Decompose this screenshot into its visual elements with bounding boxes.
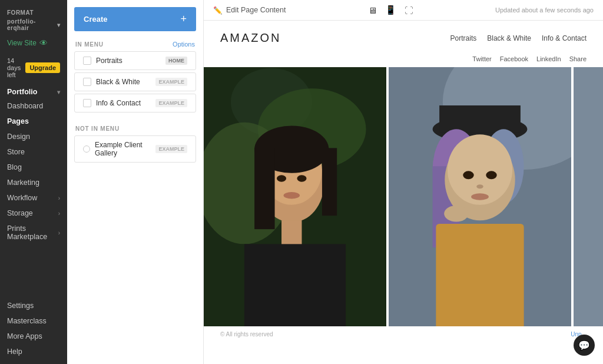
footer-text: © All rights reserved (220, 331, 273, 337)
portfolio-subtitle[interactable]: portfolio-erqhair ▾ (7, 17, 60, 31)
radio-icon (83, 145, 90, 153)
sidebar-item-dashboard[interactable]: Dashboard (0, 98, 67, 114)
portfolio-chevron-icon: ▾ (57, 89, 60, 95)
social-link-facebook[interactable]: Facebook (500, 55, 528, 62)
preview-toolbar: ✏️ Edit Page Content 🖥 📱 ⛶ Updated about… (204, 0, 603, 21)
edit-page-button[interactable]: ✏️ Edit Page Content (213, 6, 286, 15)
home-badge: HOME (165, 57, 187, 65)
chat-bubble-button[interactable]: 💬 (574, 335, 595, 356)
app-name: FORMAT (7, 9, 60, 16)
portrait-image-3-partial (574, 67, 603, 326)
desktop-icon[interactable]: 🖥 (368, 5, 377, 15)
svg-point-9 (277, 175, 286, 181)
prints-chevron-icon: › (58, 230, 60, 236)
in-menu-section-header: IN MENU Options (67, 37, 203, 50)
drag-handle-icon (83, 57, 91, 65)
svg-point-27 (444, 206, 468, 222)
page-item-info-contact[interactable]: Info & Contact EXAMPLE (74, 94, 196, 112)
app-logo: FORMAT portfolio-erqhair ▾ (0, 0, 67, 36)
social-link-twitter[interactable]: Twitter (472, 55, 491, 62)
site-footer: © All rights reserved Unp... (204, 326, 603, 342)
chevron-down-icon: ▾ (57, 22, 61, 28)
create-button[interactable]: Create + (74, 7, 196, 31)
updated-status: Updated about a few seconds ago (495, 6, 594, 14)
example-badge: EXAMPLE (155, 145, 187, 153)
svg-point-10 (297, 175, 306, 181)
options-link[interactable]: Options (173, 41, 195, 48)
sidebar-item-design[interactable]: Design (0, 129, 67, 144)
trial-text: 14 days left (7, 57, 22, 78)
drag-handle-icon (83, 99, 91, 107)
sidebar-item-masterclass[interactable]: Masterclass (0, 313, 67, 329)
svg-point-25 (476, 184, 483, 188)
svg-rect-12 (281, 220, 302, 247)
portfolio-section: Portfolio ▾ (0, 82, 67, 98)
sidebar-item-more-apps[interactable]: More Apps (0, 329, 67, 344)
site-social-links: Twitter Facebook LinkedIn Share (204, 55, 603, 67)
site-images (204, 67, 603, 326)
site-nav-links: Portraits Black & White Info & Contact (450, 34, 587, 42)
sidebar-item-store[interactable]: Store (0, 144, 67, 160)
site-logo: AMAZON (220, 31, 281, 45)
sidebar-item-settings[interactable]: Settings (0, 298, 67, 313)
storage-chevron-icon: › (58, 210, 60, 217)
sidebar-item-prints[interactable]: Prints Marketplace › (0, 221, 67, 244)
page-item-example-gallery[interactable]: Example Client Gallery EXAMPLE (74, 135, 196, 163)
sidebar-bottom: Settings Masterclass More Apps Help (0, 298, 67, 364)
sidebar-item-help[interactable]: Help (0, 344, 67, 359)
drag-handle-icon (83, 78, 91, 86)
portfolio-header[interactable]: Portfolio ▾ (7, 88, 60, 96)
nav-link-black-white[interactable]: Black & White (487, 34, 531, 42)
svg-rect-17 (439, 105, 521, 133)
device-icons: 🖥 📱 ⛶ (368, 5, 413, 15)
svg-rect-29 (574, 67, 603, 326)
not-in-menu-label: NOT IN MENU (67, 122, 203, 134)
example-badge: EXAMPLE (155, 99, 187, 107)
mobile-icon[interactable]: 📱 (385, 5, 396, 15)
svg-rect-28 (436, 224, 524, 326)
svg-rect-7 (254, 148, 274, 229)
page-item-portraits[interactable]: Portraits HOME (74, 51, 196, 70)
svg-point-23 (463, 171, 473, 179)
svg-rect-13 (244, 244, 346, 326)
sidebar-item-pages[interactable]: Pages (0, 114, 67, 129)
nav-link-portraits[interactable]: Portraits (450, 34, 477, 42)
portrait-image-2 (389, 67, 571, 326)
sidebar-item-marketing[interactable]: Marketing (0, 175, 67, 190)
svg-point-11 (283, 192, 300, 198)
view-site-link[interactable]: View Site 👁 (0, 36, 67, 54)
social-link-share[interactable]: Share (569, 55, 587, 62)
nav-link-info[interactable]: Info & Contact (542, 34, 587, 42)
site-nav: AMAZON Portraits Black & White Info & Co… (204, 21, 603, 53)
svg-point-26 (471, 193, 489, 200)
main-preview: ✏️ Edit Page Content 🖥 📱 ⛶ Updated about… (204, 0, 603, 364)
example-badge: EXAMPLE (155, 78, 187, 86)
portrait-image-1 (204, 67, 386, 326)
pages-panel: Create + IN MENU Options Portraits HOME … (67, 0, 204, 364)
chat-icon: 💬 (578, 340, 590, 351)
trial-badge: 14 days left Upgrade (7, 57, 60, 78)
in-menu-label: IN MENU (75, 41, 104, 48)
eye-icon: 👁 (39, 38, 48, 48)
social-link-linkedin[interactable]: LinkedIn (536, 55, 561, 62)
preview-frame: AMAZON Portraits Black & White Info & Co… (204, 21, 603, 364)
sidebar-item-blog[interactable]: Blog (0, 160, 67, 175)
pencil-icon: ✏️ (213, 6, 223, 15)
plus-icon: + (180, 13, 187, 25)
expand-icon[interactable]: ⛶ (405, 5, 413, 15)
page-item-black-white[interactable]: Black & White EXAMPLE (74, 72, 196, 91)
upgrade-button[interactable]: Upgrade (25, 62, 60, 73)
svg-rect-8 (322, 148, 337, 216)
sidebar-item-storage[interactable]: Storage › (0, 206, 67, 221)
workflow-chevron-icon: › (58, 195, 60, 201)
svg-point-24 (486, 171, 496, 179)
sidebar-item-workflow[interactable]: Workflow › (0, 190, 67, 206)
sidebar: FORMAT portfolio-erqhair ▾ View Site 👁 1… (0, 0, 67, 364)
